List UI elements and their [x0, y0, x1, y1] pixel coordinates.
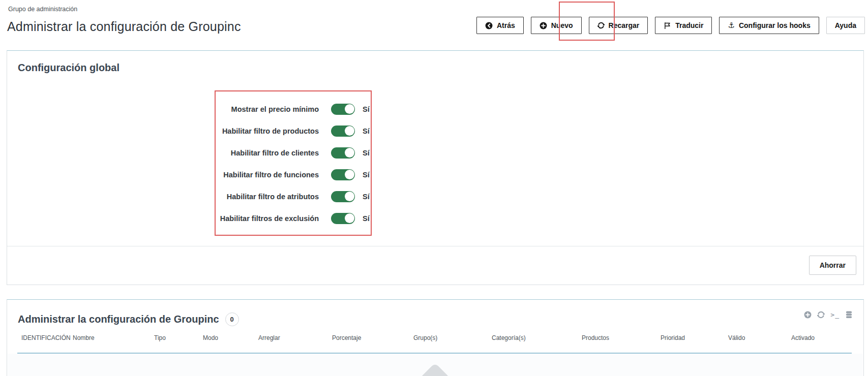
add-icon[interactable] — [804, 311, 812, 319]
toggle-row-product-filter: Habilitar filtro de productos Sí — [178, 120, 372, 142]
database-icon[interactable] — [845, 311, 853, 319]
list-panel: Administrar la configuración de Groupinc… — [7, 299, 864, 376]
toggle-switch[interactable] — [331, 213, 355, 224]
column-header-products[interactable]: Productos — [582, 334, 609, 341]
toggle-row-attribute-filter: Habilitar filtro de atributos Sí — [178, 185, 372, 207]
column-header-valid[interactable]: Válido — [728, 334, 745, 341]
column-header-groups[interactable]: Grupo(s) — [413, 334, 437, 341]
flag-icon — [664, 22, 671, 29]
panel-title-list: Administrar la configuración de Groupinc — [18, 314, 219, 325]
count-badge: 0 — [225, 312, 239, 326]
footer-divider — [7, 246, 863, 246]
back-button[interactable]: Atrás — [476, 17, 524, 34]
toggle-value: Sí — [363, 171, 370, 179]
toggle-row-role-filter: Habilitar filtro de funciones Sí — [178, 164, 372, 185]
arrow-left-circle-icon — [485, 22, 493, 29]
column-header-fix[interactable]: Arreglar — [258, 334, 280, 341]
toggle-switch[interactable] — [331, 191, 355, 202]
grid-toolbar: >_ — [804, 311, 853, 319]
list-panel-header: Administrar la configuración de Groupinc… — [18, 312, 239, 326]
column-header-categories[interactable]: Categoría(s) — [492, 334, 526, 341]
toggle-rows: Mostrar el precio mínimo Sí Habilitar fi… — [178, 98, 372, 229]
reload-button[interactable]: Recargar — [589, 17, 648, 34]
toggle-label: Habilitar filtros de exclusión — [178, 214, 319, 223]
toggle-knob — [345, 126, 354, 136]
toggle-knob — [345, 213, 354, 223]
help-button[interactable]: Ayuda — [826, 17, 865, 34]
toggle-value: Sí — [363, 105, 370, 113]
breadcrumb: Grupo de administración — [8, 6, 77, 13]
toggle-knob — [345, 192, 354, 201]
toggle-knob — [345, 148, 354, 158]
toggle-switch[interactable] — [331, 169, 355, 180]
panel-title-global: Configuración global — [18, 62, 119, 74]
toggle-label: Mostrar el precio mínimo — [178, 105, 319, 113]
anchor-icon: ⚓ — [728, 22, 734, 29]
hooks-button[interactable]: ⚓ Configurar los hooks — [719, 17, 819, 34]
toggle-value: Sí — [363, 127, 370, 135]
grid-empty-area — [8, 354, 863, 376]
toggle-label: Habilitar filtro de funciones — [178, 171, 319, 179]
toggle-label: Habilitar filtro de clientes — [178, 149, 319, 157]
translate-button[interactable]: Traducir — [655, 17, 712, 34]
column-header-id[interactable]: IDENTIFICACIÓN — [21, 334, 71, 341]
toggle-knob — [345, 104, 354, 114]
column-header-type[interactable]: Tipo — [154, 334, 166, 341]
column-header-priority[interactable]: Prioridad — [661, 334, 685, 341]
toggle-label: Habilitar filtro de productos — [178, 127, 319, 135]
save-button[interactable]: Ahorrar — [809, 256, 856, 275]
toggle-switch[interactable] — [331, 104, 355, 115]
toggle-switch[interactable] — [331, 147, 355, 159]
refresh-icon — [597, 22, 605, 29]
terminal-icon[interactable]: >_ — [830, 311, 840, 319]
toggle-value: Sí — [363, 193, 370, 201]
column-header-active[interactable]: Activado — [791, 334, 815, 341]
admin-page: Grupo de administración Administrar la c… — [0, 0, 868, 376]
toggle-label: Habilitar filtro de atributos — [178, 193, 319, 201]
page-title: Administrar la configuración de Groupinc — [7, 19, 241, 34]
toggle-row-customer-filter: Habilitar filtro de clientes Sí — [178, 142, 372, 164]
toggle-knob — [345, 170, 354, 179]
toggle-value: Sí — [363, 149, 370, 157]
reload-icon[interactable] — [817, 311, 825, 319]
column-header-percentage[interactable]: Porcentaje — [332, 334, 361, 341]
new-button[interactable]: Nuevo — [531, 17, 582, 34]
toggle-row-min-price: Mostrar el precio mínimo Sí — [178, 98, 372, 120]
toggle-switch[interactable] — [331, 126, 355, 137]
toggle-row-exclusion-filter: Habilitar filtros de exclusión Sí — [178, 207, 372, 229]
top-toolbar: Atrás Nuevo Recargar — [476, 17, 865, 34]
toggle-value: Sí — [363, 214, 370, 223]
plus-circle-icon — [540, 22, 547, 29]
grid-header-row: IDENTIFICACIÓN Nombre Tipo Modo Arreglar… — [17, 334, 851, 347]
global-config-panel: Configuración global Mostrar el precio m… — [7, 50, 864, 285]
empty-state-arrow-icon — [420, 363, 451, 376]
column-header-name[interactable]: Nombre — [73, 334, 95, 341]
column-header-mode[interactable]: Modo — [203, 334, 218, 341]
